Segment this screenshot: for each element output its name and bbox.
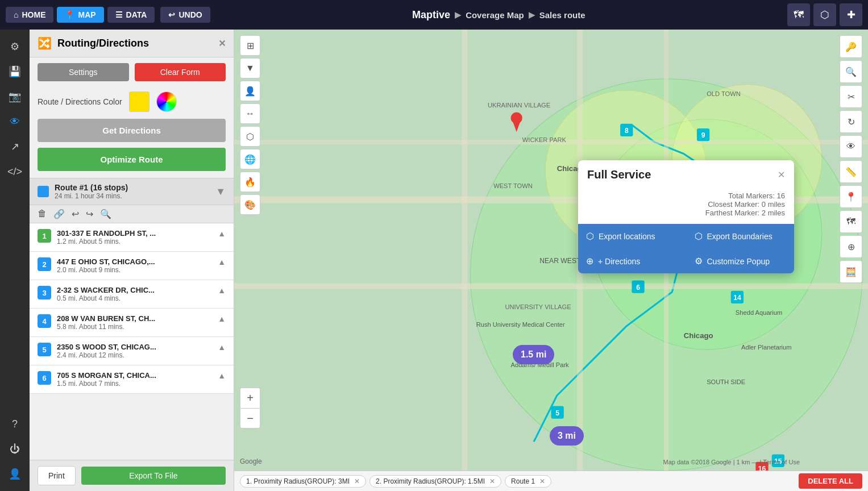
stop-expand-icon[interactable]: ▲ <box>218 343 226 352</box>
directions-button[interactable]: ⊕ + Directions <box>578 249 686 273</box>
layers-button[interactable]: 🗺 <box>787 3 810 26</box>
camera-icon[interactable]: 📷 <box>3 85 26 108</box>
distance-label-1-5mi: 1.5 mi <box>513 345 554 364</box>
search-right-icon[interactable]: 🔍 <box>840 60 862 83</box>
undo-button[interactable]: ↩ UNDO <box>160 7 210 23</box>
customize-popup-button[interactable]: ⚙ Customize Popup <box>687 249 795 273</box>
eye-icon[interactable]: 👁 <box>3 110 26 133</box>
stop-list: 1 301-337 E RANDOLPH ST, ... 1.2 mi. Abo… <box>30 223 234 460</box>
stop-expand-icon[interactable]: ▲ <box>218 257 226 267</box>
print-button[interactable]: Print <box>38 466 76 485</box>
zoom-out-button[interactable]: − <box>240 408 260 428</box>
route-info: Route #1 (16 stops) 24 mi. 1 hour 34 min… <box>55 183 210 200</box>
export-boundaries-button[interactable]: ⬡ Export Boundaries <box>687 224 795 248</box>
svg-point-60 <box>511 112 522 123</box>
refresh-icon[interactable]: ↻ <box>840 110 862 133</box>
map-area[interactable]: UKRAINIAN VILLAGE WICKER PARK OLD TOWN W… <box>234 30 868 491</box>
data-button[interactable]: ☰ DATA <box>107 7 155 23</box>
route-tag-close[interactable]: ✕ <box>539 477 545 485</box>
link-route-icon[interactable]: 🔗 <box>53 209 65 219</box>
ruler-icon[interactable]: 📏 <box>840 160 862 183</box>
route-tools: 🗑 🔗 ↩ ↪ 🔍 <box>30 205 234 223</box>
get-directions-button[interactable]: Get Directions <box>38 119 226 142</box>
user-icon[interactable]: 👤 <box>3 463 26 485</box>
plus-button[interactable]: ✚ <box>840 3 862 26</box>
search-route-icon[interactable]: 🔍 <box>100 209 111 219</box>
plus-right-icon[interactable]: ⊕ <box>840 235 862 258</box>
clear-form-button[interactable]: Clear Form <box>135 63 226 81</box>
home-button[interactable]: ⌂ HOME <box>6 7 53 23</box>
stop-expand-icon[interactable]: ▲ <box>218 229 226 238</box>
key-icon[interactable]: 🔑 <box>840 35 862 58</box>
save-icon[interactable]: 💾 <box>3 60 26 83</box>
routing-icon: 🔀 <box>38 36 52 50</box>
stop-number: 2 <box>38 257 51 271</box>
stop-distance: 2.0 mi. About 9 mins. <box>57 266 212 274</box>
distance-label-3mi: 3 mi <box>550 426 584 446</box>
route-tool[interactable]: ↔ <box>240 103 260 124</box>
globe-tool[interactable]: 🌐 <box>240 149 260 169</box>
optimize-route-button[interactable]: Optimize Route <box>38 148 226 171</box>
map-zoom-controls: + − <box>240 388 260 428</box>
svg-text:6: 6 <box>636 284 640 292</box>
route-expand-icon[interactable]: ▼ <box>215 186 226 198</box>
export-locations-button[interactable]: ⬡ Export locations <box>578 224 686 248</box>
stack-button[interactable]: ⬡ <box>813 3 836 26</box>
undo-route-icon[interactable]: ↩ <box>72 209 79 219</box>
color-wheel-picker[interactable] <box>156 91 177 112</box>
export-boundaries-icon: ⬡ <box>695 231 703 242</box>
popup-close-button[interactable]: ✕ <box>778 169 785 180</box>
stop-details: 301-337 E RANDOLPH ST, ... 1.2 mi. About… <box>57 229 212 246</box>
svg-text:Shedd Aquarium: Shedd Aquarium <box>736 309 782 316</box>
stop-item: 6 705 S MORGAN ST, CHICA... 1.5 mi. Abou… <box>30 365 234 394</box>
add-marker-tool[interactable]: 👤 <box>240 81 260 101</box>
data-icon: ☰ <box>115 10 123 19</box>
palette-tool[interactable]: 🎨 <box>240 194 260 215</box>
eye-right-icon[interactable]: 👁 <box>840 135 862 158</box>
svg-text:SOUTH SIDE: SOUTH SIDE <box>707 378 745 385</box>
code-icon[interactable]: </> <box>3 160 26 183</box>
breadcrumb: Maptive ▶ Coverage Map ▶ Sales route <box>214 9 784 21</box>
stop-item: 3 2-32 S WACKER DR, CHIC... 0.5 mi. Abou… <box>30 280 234 309</box>
proximity-tag-2-close[interactable]: ✕ <box>489 477 495 485</box>
undo-icon: ↩ <box>168 10 175 19</box>
svg-text:WEST TOWN: WEST TOWN <box>493 182 533 189</box>
stop-expand-icon[interactable]: ▲ <box>218 371 226 380</box>
stop-expand-icon[interactable]: ▲ <box>218 286 226 295</box>
svg-text:8: 8 <box>625 127 629 135</box>
svg-text:WICKER PARK: WICKER PARK <box>522 136 567 143</box>
color-swatch-yellow[interactable] <box>129 91 149 112</box>
zoom-in-button[interactable]: + <box>240 388 260 408</box>
map-button[interactable]: 📍 MAP <box>57 7 103 23</box>
svg-text:Adler Planetarium: Adler Planetarium <box>741 344 792 351</box>
export-button[interactable]: Export To File <box>81 467 226 485</box>
proximity-tag-1-close[interactable]: ✕ <box>354 477 360 485</box>
shape-tool[interactable]: ⬡ <box>240 126 260 147</box>
delete-all-button[interactable]: DELETE ALL <box>799 473 862 489</box>
question-icon[interactable]: ? <box>3 413 26 435</box>
stop-item: 2 447 E OHIO ST, CHICAGO,... 2.0 mi. Abo… <box>30 252 234 280</box>
power-icon[interactable]: ⏻ <box>3 438 26 460</box>
delete-route-icon[interactable]: 🗑 <box>38 209 47 219</box>
calculator-icon[interactable]: 🧮 <box>840 260 862 283</box>
scissors-icon[interactable]: ✂ <box>840 85 862 108</box>
popup-header: Full Service ✕ <box>578 160 794 189</box>
fire-tool[interactable]: 🔥 <box>240 172 260 192</box>
filter-tool[interactable]: ▼ <box>240 58 260 78</box>
panel-footer: Print Export To File <box>30 460 234 491</box>
stop-expand-icon[interactable]: ▲ <box>218 314 226 323</box>
home-icon: ⌂ <box>14 10 18 19</box>
settings-button[interactable]: Settings <box>38 63 129 81</box>
settings-icon[interactable]: ⚙ <box>3 35 26 58</box>
stop-details: 705 S MORGAN ST, CHICA... 1.5 mi. About … <box>57 371 212 388</box>
route-right-icon[interactable]: 🗺 <box>840 210 862 233</box>
stop-number: 3 <box>38 286 51 299</box>
share-icon[interactable]: ↗ <box>3 135 26 158</box>
svg-text:9: 9 <box>701 131 705 139</box>
map-marker-tool[interactable]: ⊞ <box>240 35 260 56</box>
stop-number: 6 <box>38 371 51 385</box>
main-layout: ⚙ 💾 📷 👁 ↗ </> ? ⏻ 👤 🔀 Routing/Directions… <box>0 30 868 491</box>
pin-right-icon[interactable]: 📍 <box>840 185 862 208</box>
redo-route-icon[interactable]: ↪ <box>86 209 93 219</box>
panel-close-button[interactable]: ✕ <box>218 38 226 49</box>
